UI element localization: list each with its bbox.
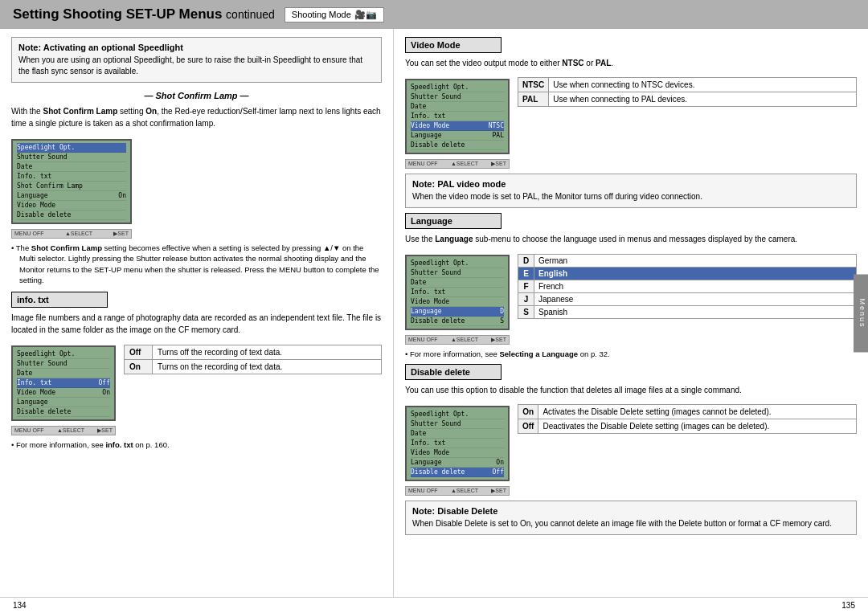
- lang-row-j: J Japanese: [518, 293, 857, 306]
- disable-delete-table: On Activates the Disable Delete setting …: [518, 404, 857, 434]
- lcd-lang-wrapper: Speedlight Opt. Shutter Sound Date Info.…: [405, 250, 510, 345]
- lcd-video-footer: MENU OFF▲SELECT▶SET: [405, 159, 510, 169]
- pal-desc: Use when connecting to PAL devices.: [549, 92, 857, 107]
- lcd2: Speedlight Opt. Shutter Sound Date Info.…: [11, 345, 116, 421]
- page-header: Setting Shooting SET-UP Menus continued …: [0, 0, 868, 29]
- lcd-video-wrapper: Speedlight Opt. Shutter Sound Date Info.…: [405, 74, 510, 169]
- lcd2-row-0: Speedlight Opt.: [17, 349, 110, 359]
- right-column: Video Mode You can set the video output …: [394, 29, 868, 597]
- infotxt-row-on: On Turns on the recording of text data.: [125, 360, 382, 374]
- lcd1-footer: MENU OFF ▲SELECT ▶SET: [11, 229, 132, 239]
- infotxt-on-desc: Turns on the recording of text data.: [153, 360, 382, 374]
- lang-val-e: English: [534, 268, 857, 280]
- lcd-video-row-5: LanguagePAL: [411, 131, 504, 141]
- lcd2-row-2: Date: [17, 369, 110, 378]
- page-title: Setting Shooting SET-UP Menus continued: [13, 6, 275, 22]
- lcd-disable-wrapper: Speedlight Opt. Shutter Sound Date Info.…: [405, 401, 510, 496]
- disable-row-on: On Activates the Disable Delete setting …: [518, 405, 857, 419]
- lcd-lang: Speedlight Opt. Shutter Sound Date Info.…: [405, 255, 510, 330]
- lang-key-j: J: [518, 293, 534, 306]
- lcd-video-row-6: Disable delete: [411, 141, 504, 150]
- language-lcd-table: Speedlight Opt. Shutter Sound Date Info.…: [405, 250, 857, 345]
- lcd1-container: Speedlight Opt. Shutter Sound Date Info.…: [11, 134, 382, 239]
- lcd-disable-footer: MENU OFF▲SELECT▶SET: [405, 486, 510, 496]
- disable-on-desc: Activates the Disable Delete setting (im…: [538, 405, 857, 419]
- lcd1-row-5: LanguageOn: [17, 191, 126, 201]
- lcd2-row-3: Info. txtOff: [17, 378, 110, 388]
- disable-off-key: Off: [518, 419, 538, 434]
- infotxt-table: Off Turns off the recording of text data…: [124, 345, 382, 374]
- disable-lcd-table: Speedlight Opt. Shutter Sound Date Info.…: [405, 401, 857, 496]
- lcd2-row-4: Video ModeOn: [17, 388, 110, 398]
- right-page-number: 135: [841, 601, 855, 610]
- pal-row: PAL Use when connecting to PAL devices.: [518, 92, 857, 107]
- lcd2-row-5: Language: [17, 398, 110, 407]
- lcd1-row-2: Date: [17, 162, 126, 172]
- ntsc-desc: Use when connecting to NTSC devices.: [549, 78, 857, 92]
- lang-row-f: F French: [518, 280, 857, 293]
- lcd-lang-row-6: Disable deleteS: [411, 317, 504, 326]
- lcd-disable-row-1: Shutter Sound: [411, 419, 504, 429]
- ntsc-key: NTSC: [518, 78, 549, 92]
- lcd-video-row-2: Date: [411, 102, 504, 112]
- pal-note-title: Note: PAL video mode: [412, 179, 850, 189]
- lcd-lang-row-3: Info. txt: [411, 288, 504, 297]
- video-mode-section: Video Mode You can set the video output …: [405, 37, 857, 169]
- infotxt-off-desc: Turns off the recording of text data.: [153, 345, 382, 360]
- ntsc-pal-table: NTSC Use when connecting to NTSC devices…: [518, 77, 857, 107]
- lcd2-row-6: Disable delete: [17, 407, 110, 417]
- menus-side-tab: Menus: [854, 274, 868, 352]
- infotxt-heading: info. txt: [11, 292, 108, 308]
- lcd-disable: Speedlight Opt. Shutter Sound Date Info.…: [405, 406, 510, 481]
- lcd-lang-row-1: Shutter Sound: [411, 268, 504, 278]
- lcd-disable-row-6: Disable deleteOff: [411, 468, 504, 477]
- lcd2-footer: MENU OFF▲SELECT▶SET: [11, 426, 116, 435]
- lang-key-e: E: [518, 268, 534, 280]
- shooting-mode-badge: Shooting Mode 🎥📷: [285, 7, 384, 22]
- lcd1-footer-sel: ▲SELECT: [65, 231, 92, 237]
- video-mode-text: You can set the video output mode to eit…: [405, 57, 857, 69]
- lang-row-s: S Spanish: [518, 306, 857, 319]
- left-column: Note: Activating an optional Speedlight …: [0, 29, 394, 597]
- lcd-video-row-1: Shutter Sound: [411, 92, 504, 102]
- lcd1-row-0: Speedlight Opt.: [17, 143, 126, 153]
- pal-note-text: When the video mode is set to PAL, the M…: [412, 191, 850, 202]
- language-bullet: • For more information, see Selecting a …: [405, 349, 857, 359]
- lang-val-d: German: [534, 255, 857, 268]
- lcd-lang-row-2: Date: [411, 278, 504, 288]
- lcd1-footer-set: ▶SET: [113, 231, 129, 237]
- lang-row-d: D German: [518, 255, 857, 268]
- pal-note-box: Note: PAL video mode When the video mode…: [405, 174, 857, 208]
- infotxt-section: info. txt Image file numbers and a range…: [11, 292, 382, 336]
- disable-off-desc: Deactivates the Disable Delete setting (…: [538, 419, 857, 434]
- title-text: Setting Shooting SET-UP Menus: [13, 6, 222, 22]
- lang-key-s: S: [518, 306, 534, 319]
- infotxt-lcd-container: Speedlight Opt. Shutter Sound Date Info.…: [11, 341, 382, 435]
- main-content: Note: Activating an optional Speedlight …: [0, 29, 868, 597]
- shot-confirm-text: With the Shot Confirm Lamp setting On, t…: [11, 105, 382, 129]
- camera-icons: 🎥📷: [354, 10, 377, 20]
- infotxt-table-wrapper: Off Turns off the recording of text data…: [124, 341, 382, 378]
- lcd1-row-4: Shot Confirm Lamp: [17, 182, 126, 191]
- lcd-lang-row-5: LanguageD: [411, 307, 504, 317]
- ntsc-pal-table-wrapper: NTSC Use when connecting to NTSC devices…: [518, 74, 857, 110]
- lcd2-row-1: Shutter Sound: [17, 359, 110, 369]
- lang-key-f: F: [518, 280, 534, 293]
- disable-on-key: On: [518, 405, 538, 419]
- speedlight-note-box: Note: Activating an optional Speedlight …: [11, 37, 382, 83]
- lcd-disable-row-3: Info. txt: [411, 439, 504, 448]
- lcd1-row-7: Disable delete: [17, 210, 126, 220]
- lcd-video-row-4: Video ModeNTSC: [411, 121, 504, 131]
- lcd-lang-row-0: Speedlight Opt.: [411, 259, 504, 268]
- right-wrapper: Video Mode You can set the video output …: [394, 29, 868, 597]
- disable-delete-section: Disable delete You can use this option t…: [405, 364, 857, 496]
- left-page-number: 134: [13, 601, 27, 610]
- ntsc-row: NTSC Use when connecting to NTSC devices…: [518, 78, 857, 92]
- lang-val-j: Japanese: [534, 293, 857, 306]
- badge-label: Shooting Mode: [292, 10, 351, 19]
- disable-note-title: Note: Disable Delete: [412, 506, 850, 516]
- page-footer: 134 135: [0, 597, 868, 613]
- language-heading: Language: [405, 213, 502, 229]
- disable-delete-heading: Disable delete: [405, 364, 502, 380]
- speedlight-note-title: Note: Activating an optional Speedlight: [18, 43, 375, 52]
